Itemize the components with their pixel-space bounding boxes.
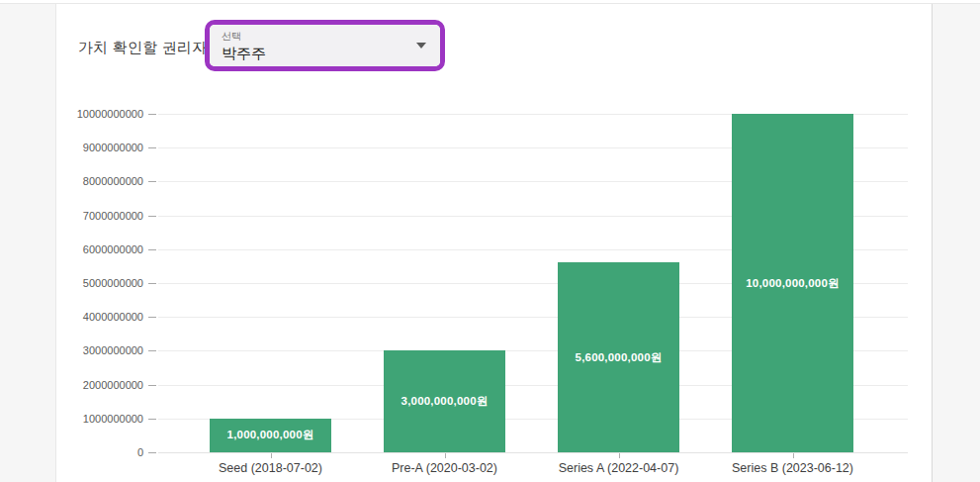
- y-tick-mark: [148, 283, 156, 284]
- right-gutter: [932, 4, 980, 482]
- y-tick-mark: [148, 385, 156, 386]
- bar: 5,600,000,000원: [558, 262, 679, 452]
- rights-holder-label: 가치 확인할 권리자: [78, 39, 207, 57]
- x-axis-label: Seed (2018-07-02): [184, 461, 358, 475]
- valuation-bar-chart: 0100000000020000000003000000000400000000…: [56, 104, 932, 482]
- x-axis-label: Series B (2023-06-12): [706, 461, 880, 475]
- y-tick-mark: [148, 147, 156, 148]
- y-tick-label: 0: [56, 445, 143, 459]
- y-tick-label: 7000000000: [56, 209, 143, 223]
- y-tick-mark: [148, 317, 156, 318]
- x-tick-mark: [445, 453, 446, 458]
- x-tick-mark: [619, 453, 620, 458]
- bar-value-label: 3,000,000,000원: [401, 394, 489, 409]
- x-tick-mark: [271, 453, 272, 458]
- x-tick-mark: [793, 453, 794, 458]
- y-tick-label: 8000000000: [56, 174, 143, 188]
- bar: 3,000,000,000원: [384, 350, 505, 452]
- y-tick-label: 4000000000: [56, 310, 143, 324]
- bar: 1,000,000,000원: [210, 419, 331, 452]
- bar-value-label: 10,000,000,000원: [746, 276, 839, 291]
- y-tick-mark: [148, 419, 156, 420]
- select-floating-label: 선택: [222, 30, 241, 44]
- y-tick-mark: [148, 114, 156, 115]
- y-tick-mark: [148, 181, 156, 182]
- bar-value-label: 5,600,000,000원: [576, 350, 663, 365]
- y-tick-mark: [148, 216, 156, 217]
- y-tick-label: 6000000000: [56, 242, 143, 256]
- left-gutter: [0, 4, 56, 482]
- y-tick-mark: [148, 350, 156, 351]
- y-tick-mark: [148, 249, 156, 250]
- y-tick-mark: [148, 452, 156, 453]
- y-tick-label: 3000000000: [56, 343, 143, 357]
- y-tick-label: 2000000000: [56, 378, 143, 392]
- rights-holder-select[interactable]: 선택 박주주: [210, 25, 440, 66]
- x-axis-label: Pre-A (2020-03-02): [358, 461, 532, 475]
- bar-value-label: 1,000,000,000원: [227, 428, 314, 442]
- y-tick-label: 10000000000: [56, 107, 143, 121]
- select-value: 박주주: [222, 45, 266, 63]
- y-tick-label: 5000000000: [56, 276, 143, 290]
- y-tick-label: 9000000000: [56, 141, 143, 154]
- highlight-ring: 선택 박주주: [205, 20, 445, 71]
- bar: 10,000,000,000원: [732, 114, 853, 452]
- top-divider: [0, 3, 980, 4]
- chevron-down-icon: [416, 43, 426, 48]
- y-tick-label: 1000000000: [56, 412, 143, 426]
- x-axis-label: Series A (2022-04-07): [532, 461, 706, 475]
